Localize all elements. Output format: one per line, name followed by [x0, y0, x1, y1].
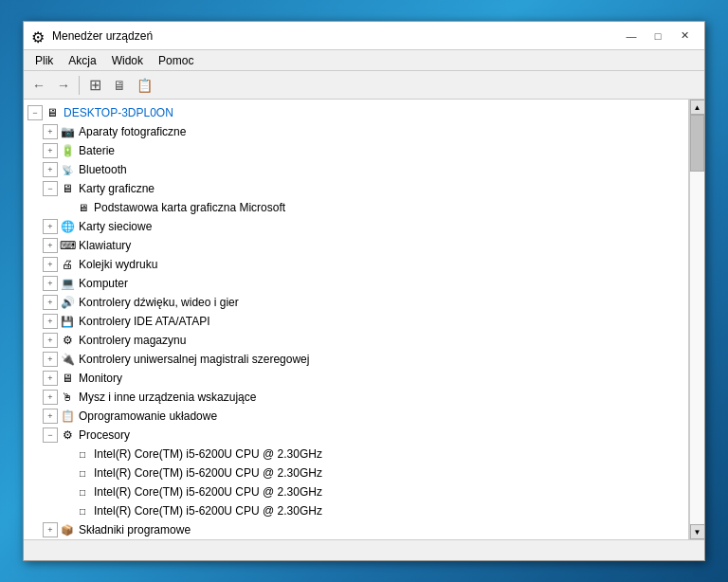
- ide-label: Kontrolery IDE ATA/ATAPI: [79, 315, 210, 328]
- computer-icon: 💻: [60, 276, 75, 291]
- expand-printq-btn[interactable]: +: [43, 257, 58, 272]
- list-item[interactable]: + 🌐 Karty sieciowe: [24, 217, 688, 236]
- list-item[interactable]: + 📡 Bluetooth: [24, 160, 688, 179]
- collapse-graphics-btn[interactable]: −: [43, 181, 58, 196]
- expand-batteries-btn[interactable]: +: [43, 143, 58, 158]
- scroll-up-button[interactable]: ▲: [690, 100, 705, 115]
- cameras-label: Aparaty fotograficzne: [79, 125, 186, 138]
- cpu1-label: Intel(R) Core(TM) i5-6200U CPU @ 2.30GHz: [94, 447, 322, 461]
- content-area: − 🖥 DESKTOP-3DPL0ON + 📷 Aparaty fotograf…: [24, 100, 704, 539]
- expand-serial-btn[interactable]: +: [43, 352, 58, 367]
- list-item[interactable]: − 🖥 Karty graficzne: [24, 179, 688, 198]
- cpu4-label: Intel(R) Core(TM) i5-6200U CPU @ 2.30GHz: [94, 504, 322, 518]
- close-button[interactable]: ✕: [672, 27, 697, 45]
- cpu2-label: Intel(R) Core(TM) i5-6200U CPU @ 2.30GHz: [94, 466, 322, 480]
- processors-icon: ⚙: [60, 427, 75, 443]
- list-item[interactable]: □ Intel(R) Core(TM) i5-6200U CPU @ 2.30G…: [24, 482, 688, 501]
- scroll-track[interactable]: [690, 115, 704, 524]
- keyboards-icon: ⌨: [60, 238, 75, 253]
- list-item[interactable]: 🖥 Podstawowa karta graficzna Microsoft: [24, 198, 688, 217]
- scroll-down-button[interactable]: ▼: [690, 524, 705, 539]
- expand-monitors-btn[interactable]: +: [43, 371, 58, 386]
- minimize-button[interactable]: —: [619, 27, 644, 45]
- update-button[interactable]: 🖥: [108, 74, 131, 97]
- cpu1-icon: □: [75, 446, 90, 462]
- network-icon: 🌐: [60, 219, 75, 234]
- network-label: Karty sieciowe: [79, 220, 152, 233]
- list-item[interactable]: + 🔌 Kontrolery uniwersalnej magistrali s…: [24, 350, 688, 369]
- monitors-label: Monitory: [79, 372, 122, 385]
- storage-icon: ⚙: [60, 333, 75, 348]
- softcomp-icon: 📦: [60, 522, 75, 537]
- list-item[interactable]: + 💾 Kontrolery IDE ATA/ATAPI: [24, 312, 688, 331]
- list-item[interactable]: + 🖱 Mysz i inne urządzenia wskazujące: [24, 388, 688, 407]
- scroll-thumb[interactable]: [690, 115, 704, 172]
- gpu-icon: 🖥: [75, 200, 90, 215]
- mouse-icon: 🖱: [60, 390, 75, 405]
- expand-network-btn[interactable]: +: [43, 219, 58, 234]
- list-item[interactable]: + 🖥 Monitory: [24, 369, 688, 388]
- list-item[interactable]: + 📦 Składniki programowe: [24, 520, 688, 539]
- firmware-label: Oprogramowanie układowe: [79, 409, 217, 423]
- title-bar: ⚙ Menedżer urządzeń — □ ✕: [24, 22, 704, 50]
- show-button[interactable]: 📋: [133, 74, 155, 97]
- menu-help[interactable]: Pomoc: [151, 52, 201, 69]
- expand-softcomp-btn[interactable]: +: [43, 522, 58, 537]
- menu-action[interactable]: Akcja: [61, 52, 103, 69]
- expand-mouse-btn[interactable]: +: [43, 390, 58, 405]
- audio-icon: 🔊: [60, 295, 75, 310]
- menu-view[interactable]: Widok: [104, 52, 151, 69]
- window-title: Menedżer urządzeń: [52, 29, 153, 43]
- mouse-label: Mysz i inne urządzenia wskazujące: [79, 391, 256, 404]
- cpu2-icon: □: [75, 465, 90, 481]
- cpu3-label: Intel(R) Core(TM) i5-6200U CPU @ 2.30GHz: [94, 485, 322, 499]
- vertical-scrollbar[interactable]: ▲ ▼: [689, 100, 704, 539]
- root-icon: 🖥: [45, 105, 60, 120]
- tree-item-root[interactable]: − 🖥 DESKTOP-3DPL0ON: [24, 103, 688, 122]
- bluetooth-label: Bluetooth: [79, 163, 127, 176]
- list-item[interactable]: □ Intel(R) Core(TM) i5-6200U CPU @ 2.30G…: [24, 445, 688, 464]
- menu-file[interactable]: Plik: [27, 52, 61, 69]
- keyboards-label: Klawiatury: [79, 239, 131, 252]
- status-bar: [24, 539, 704, 560]
- storage-label: Kontrolery magazynu: [79, 334, 186, 347]
- expand-storage-btn[interactable]: +: [43, 333, 58, 348]
- toolbar: ← → ⊞ 🖥 📋: [24, 71, 704, 100]
- properties-button[interactable]: ⊞: [83, 74, 106, 97]
- expand-cameras-btn[interactable]: +: [43, 124, 58, 139]
- cpu3-icon: □: [75, 484, 90, 500]
- ide-icon: 💾: [60, 314, 75, 329]
- expand-firmware-btn[interactable]: +: [43, 409, 58, 424]
- list-item[interactable]: + ⚙ Kontrolery magazynu: [24, 331, 688, 350]
- list-item[interactable]: □ Intel(R) Core(TM) i5-6200U CPU @ 2.30G…: [24, 464, 688, 482]
- device-tree[interactable]: − 🖥 DESKTOP-3DPL0ON + 📷 Aparaty fotograf…: [24, 100, 689, 539]
- list-item[interactable]: + 🖨 Kolejki wydruku: [24, 255, 688, 274]
- bluetooth-icon: 📡: [60, 162, 75, 177]
- list-item[interactable]: + 📋 Oprogramowanie układowe: [24, 407, 688, 426]
- list-item[interactable]: + 🔋 Baterie: [24, 141, 688, 160]
- list-item[interactable]: + 💻 Komputer: [24, 274, 688, 293]
- monitors-icon: 🖥: [60, 371, 75, 386]
- expand-bluetooth-btn[interactable]: +: [43, 162, 58, 177]
- graphics-label: Karty graficzne: [79, 182, 155, 195]
- computer-label: Komputer: [79, 277, 128, 290]
- list-item[interactable]: − ⚙ Procesory: [24, 426, 688, 445]
- collapse-processors-btn[interactable]: −: [43, 427, 58, 443]
- maximize-button[interactable]: □: [646, 27, 670, 45]
- expand-audio-btn[interactable]: +: [43, 295, 58, 310]
- list-item[interactable]: + 📷 Aparaty fotograficzne: [24, 122, 688, 141]
- back-button[interactable]: ←: [27, 74, 50, 97]
- list-item[interactable]: + 🔊 Kontrolery dźwięku, wideo i gier: [24, 293, 688, 312]
- printq-label: Kolejki wydruku: [79, 258, 157, 271]
- list-item[interactable]: + ⌨ Klawiatury: [24, 236, 688, 255]
- firmware-icon: 📋: [60, 409, 75, 424]
- expand-computer-btn[interactable]: +: [43, 276, 58, 291]
- printq-icon: 🖨: [60, 257, 75, 272]
- collapse-root-btn[interactable]: −: [27, 105, 43, 120]
- expand-ide-btn[interactable]: +: [43, 314, 58, 329]
- forward-button[interactable]: →: [52, 74, 75, 97]
- batteries-icon: 🔋: [60, 143, 75, 158]
- expand-keyboards-btn[interactable]: +: [43, 238, 58, 253]
- app-icon: ⚙: [31, 28, 46, 44]
- list-item[interactable]: □ Intel(R) Core(TM) i5-6200U CPU @ 2.30G…: [24, 501, 688, 520]
